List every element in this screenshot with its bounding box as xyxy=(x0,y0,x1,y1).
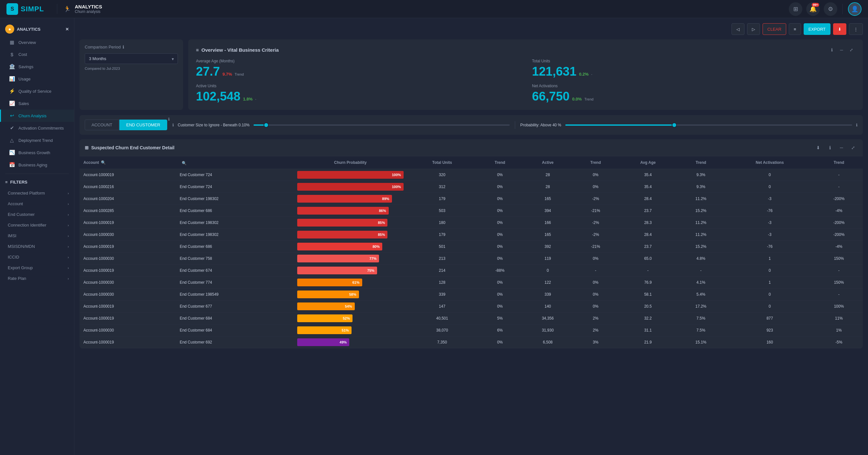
sidebar-item-usage-label: Usage xyxy=(19,76,31,82)
forward-button[interactable]: ▷ xyxy=(747,23,760,35)
cell-end-customer: End Customer 684 xyxy=(176,324,293,336)
sidebar-item-overview[interactable]: ▦ Overview xyxy=(0,36,74,48)
cell-churn-prob: 85% xyxy=(293,229,407,241)
cell-trend1: 6% xyxy=(477,324,523,336)
cell-end-customer: End Customer 198302 xyxy=(176,229,293,241)
table-row[interactable]: Account-1000285 End Customer 686 86% 503… xyxy=(80,205,863,217)
table-row[interactable]: Account-1000019 End Customer 674 75% 214… xyxy=(80,265,863,277)
prob-slider-thumb[interactable] xyxy=(672,123,677,128)
account-search-icon[interactable]: 🔍 xyxy=(101,160,106,165)
comparison-panel: Comparison Period ℹ 3 Months 1 Month 6 M… xyxy=(80,39,183,110)
table-row[interactable]: Account-1000019 End Customer 677 54% 147… xyxy=(80,300,863,313)
sidebar-item-deployment[interactable]: △ Deployment Trend xyxy=(0,134,74,147)
sidebar-divider xyxy=(5,173,69,174)
more-button[interactable]: ⋮ xyxy=(849,23,863,35)
apps-button[interactable]: ⊞ xyxy=(789,2,802,16)
table-row[interactable]: Account-1000030 End Customer 758 77% 213… xyxy=(80,253,863,265)
account-toggle[interactable]: ACCOUNT xyxy=(85,120,119,130)
table-row[interactable]: Account-1000019 End Customer 724 100% 32… xyxy=(80,169,863,181)
filter-connected[interactable]: Connected Platform › xyxy=(0,188,74,198)
table-row[interactable]: Account-1000019 End Customer 198302 85% … xyxy=(80,217,863,229)
table-row[interactable]: Account-1000019 End Customer 686 80% 501… xyxy=(80,241,863,253)
size-slider-track[interactable] xyxy=(253,124,510,126)
table-row[interactable]: Account-1000204 End Customer 198302 89% … xyxy=(80,193,863,205)
table-panel-actions: ⬇ ℹ ─ ⤢ xyxy=(814,143,858,152)
cell-churn-prob: 58% xyxy=(293,289,407,300)
cell-net-act: -3 xyxy=(724,229,815,241)
table-minimize-button[interactable]: ─ xyxy=(837,143,846,152)
filter-icon-button[interactable]: ≡ xyxy=(789,23,801,35)
cell-trend3: 7.5% xyxy=(677,313,724,324)
sidebar-item-aging[interactable]: 📅 Business Aging xyxy=(0,159,74,171)
table-row[interactable]: Account-1000030 End Customer 198549 58% … xyxy=(80,289,863,300)
clear-button[interactable]: CLEAR xyxy=(763,23,786,35)
table-row[interactable]: Account-1000019 End Customer 684 52% 40,… xyxy=(80,313,863,324)
metric-net-activations-value: 66,750 0.0% Trend xyxy=(532,90,855,103)
minimize-icon[interactable]: ─ xyxy=(838,46,845,54)
cell-trend1: 0% xyxy=(477,300,523,313)
sidebar-item-activation[interactable]: ✔ Activation Commitments xyxy=(0,122,74,134)
filter-end-customer[interactable]: End Customer › xyxy=(0,209,74,220)
cell-net-act: -76 xyxy=(724,205,815,217)
cell-net-act: 0 xyxy=(724,300,815,313)
table-row[interactable]: Account-1000019 End Customer 692 49% 7,3… xyxy=(80,336,863,348)
download-button[interactable]: ⬇ xyxy=(833,23,846,35)
cell-account: Account-1000019 xyxy=(80,241,176,253)
table-row[interactable]: Account-1000030 End Customer 198302 85% … xyxy=(80,229,863,241)
sidebar-item-growth[interactable]: 📉 Business Growth xyxy=(0,147,74,159)
cell-total-units: 180 xyxy=(407,217,477,229)
cell-trend4: - xyxy=(815,181,863,193)
sidebar-item-quality[interactable]: ⚡ Quality of Service xyxy=(0,85,74,97)
filter-imsi[interactable]: IMSI › xyxy=(0,230,74,241)
filter-msisdn[interactable]: MSISDN/MDN › xyxy=(0,241,74,252)
prob-slider-track[interactable] xyxy=(565,124,852,126)
user-avatar[interactable]: 👤 xyxy=(848,2,862,16)
table-expand-button[interactable]: ⤢ xyxy=(848,143,858,152)
comparison-select[interactable]: 3 Months 1 Month 6 Months 12 Months xyxy=(85,53,178,64)
info-icon[interactable]: ℹ xyxy=(828,46,836,54)
cell-total-units: 7,350 xyxy=(407,336,477,348)
col-trend2: Trend xyxy=(572,156,619,169)
logo-icon: S xyxy=(6,3,18,15)
metrics-panel-title: ≡ Overview - Vital Business Criteria xyxy=(196,47,279,53)
filter-export-group[interactable]: Export Group › xyxy=(0,262,74,273)
settings-button[interactable]: ⚙ xyxy=(824,2,837,16)
end-customer-toggle[interactable]: END CUSTOMER xyxy=(119,120,167,130)
sidebar-item-cost[interactable]: $ Cost xyxy=(0,48,74,60)
expand-icon[interactable]: ⤢ xyxy=(847,46,855,54)
sidebar-item-usage[interactable]: 📊 Usage xyxy=(0,73,74,85)
toggle-info-icon[interactable]: ℹ xyxy=(168,117,170,122)
end-customer-search-icon[interactable]: 🔍 xyxy=(182,161,187,165)
cell-end-customer: End Customer 198302 xyxy=(176,217,293,229)
notifications-button[interactable]: 🔔 99+ xyxy=(806,2,820,16)
sidebar-item-churn[interactable]: ↩ Churn Analysis xyxy=(0,109,74,122)
table-row[interactable]: Account-1000030 End Customer 684 51% 38,… xyxy=(80,324,863,336)
cell-account: Account-1000019 xyxy=(80,313,176,324)
table-row[interactable]: Account-1000216 End Customer 724 100% 31… xyxy=(80,181,863,193)
cell-churn-prob: 61% xyxy=(293,277,407,289)
col-account: Account 🔍 xyxy=(80,156,176,169)
filter-connection[interactable]: Connection Identifier › xyxy=(0,220,74,230)
sidebar-item-sales[interactable]: 📈 Sales xyxy=(0,97,74,109)
size-slider-thumb[interactable] xyxy=(264,123,269,128)
filter-rate-plan[interactable]: Rate Plan › xyxy=(0,273,74,284)
cell-trend4: 150% xyxy=(815,277,863,289)
export-button[interactable]: EXPORT xyxy=(804,23,831,35)
table-download-button[interactable]: ⬇ xyxy=(814,143,823,152)
cell-trend1: 0% xyxy=(477,169,523,181)
filter-iccid[interactable]: ICCID › xyxy=(0,252,74,262)
back-button[interactable]: ◁ xyxy=(732,23,744,35)
cell-account: Account-1000285 xyxy=(80,205,176,217)
prob-slider-info[interactable]: ℹ xyxy=(856,123,858,127)
table-row[interactable]: Account-1000030 End Customer 774 61% 128… xyxy=(80,277,863,289)
cell-trend2: 0% xyxy=(572,169,619,181)
size-slider-info[interactable]: ℹ xyxy=(173,123,174,127)
analytics-section-header[interactable]: ● ANALYTICS ✕ xyxy=(0,22,74,36)
cell-trend3: 17.2% xyxy=(677,300,724,313)
cell-active: 31,930 xyxy=(523,324,572,336)
cell-avg-age: 28.4 xyxy=(619,193,677,205)
cell-trend2: 0% xyxy=(572,289,619,300)
filter-account[interactable]: Account › xyxy=(0,198,74,209)
table-info-button[interactable]: ℹ xyxy=(825,143,834,152)
sidebar-item-savings[interactable]: 🏦 Savings xyxy=(0,60,74,73)
